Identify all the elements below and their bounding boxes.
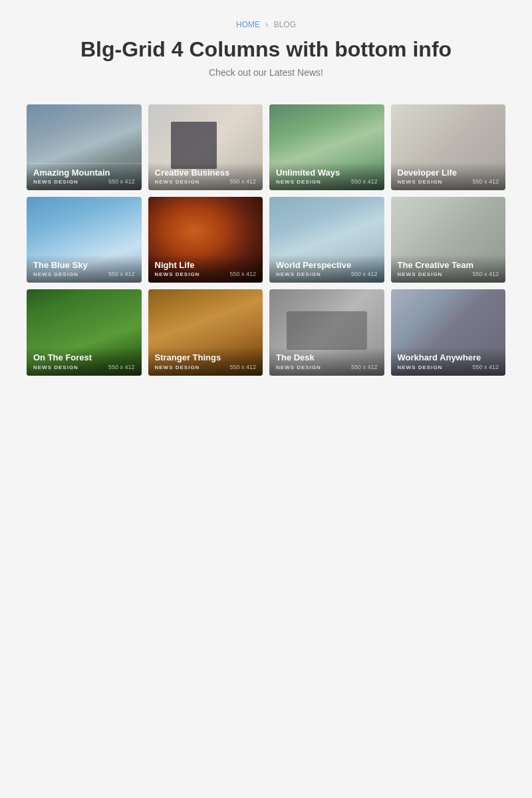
card-title: Developer Life [398,168,499,178]
card-size: 550 x 412 [351,364,378,370]
grid-card-on-the-forest[interactable]: On The Forest NEWS DESIGN 550 x 412 [27,289,142,375]
grid-card-creative-business[interactable]: Creative Business NEWS DESIGN 550 x 412 [148,104,263,190]
card-size: 550 x 412 [229,364,256,370]
card-size: 550 x 412 [472,364,499,370]
card-overlay: The Desk NEWS DESIGN [269,347,384,376]
card-overlay: The Blue Sky NEWS DESIGN [27,255,142,283]
card-title: The Desk [276,352,378,363]
card-size: 550 x 412 [351,178,378,185]
card-title: World Perspective [276,260,378,271]
card-size: 550 x 412 [472,178,499,185]
grid-card-the-desk[interactable]: The Desk NEWS DESIGN 550 x 412 [269,289,384,375]
card-size: 550 x 412 [108,178,135,185]
card-title: On The Forest [33,352,135,363]
card-title: Unlimited Ways [276,168,378,178]
card-overlay: Creative Business NEWS DESIGN [148,162,263,191]
card-size: 550 x 412 [229,178,256,185]
card-size: 550 x 412 [351,271,378,277]
card-title: The Blue Sky [33,260,135,271]
breadcrumb-current: BLOG [274,20,296,29]
card-size: 550 x 412 [472,271,499,277]
card-title: Workhard Anywhere [398,352,499,363]
card-title: Stranger Things [155,352,257,363]
card-overlay: Night Life NEWS DESIGN [148,255,263,283]
card-overlay: Unlimited Ways NEWS DESIGN [269,162,384,191]
page-title: Blg-Grid 4 Columns with bottom info [13,37,519,62]
card-size: 550 x 412 [229,271,256,277]
card-overlay: Workhard Anywhere NEWS DESIGN [391,347,506,376]
grid-card-workhard-anywhere[interactable]: Workhard Anywhere NEWS DESIGN 550 x 412 [391,289,506,375]
card-size: 550 x 412 [108,364,135,370]
grid-card-amazing-mountain[interactable]: Amazing Mountain NEWS DESIGN 550 x 412 [27,104,142,190]
card-overlay: The Creative Team NEWS DESIGN [391,255,506,283]
breadcrumb-separator: › [265,20,268,29]
page-header: HOME › BLOG Blg-Grid 4 Columns with bott… [0,0,532,91]
grid-card-world-perspective[interactable]: World Perspective NEWS DESIGN 550 x 412 [269,197,384,283]
grid-card-stranger-things[interactable]: Stranger Things NEWS DESIGN 550 x 412 [148,289,263,375]
card-title: Night Life [155,260,257,271]
grid-card-the-blue-sky[interactable]: The Blue Sky NEWS DESIGN 550 x 412 [27,197,142,283]
page-subtitle: Check out our Latest News! [13,67,519,78]
card-title: The Creative Team [398,260,499,271]
grid-card-unlimited-ways[interactable]: Unlimited Ways NEWS DESIGN 550 x 412 [269,104,384,190]
card-overlay: Amazing Mountain NEWS DESIGN [27,162,142,191]
card-title: Creative Business [155,168,257,178]
breadcrumb: HOME › BLOG [13,20,519,29]
blog-grid: Amazing Mountain NEWS DESIGN 550 x 412 C… [13,104,519,376]
card-title: Amazing Mountain [33,168,135,178]
grid-card-developer-life[interactable]: Developer Life NEWS DESIGN 550 x 412 [391,104,506,190]
card-overlay: Developer Life NEWS DESIGN [391,162,506,191]
grid-card-the-creative-team[interactable]: The Creative Team NEWS DESIGN 550 x 412 [391,197,506,283]
breadcrumb-home[interactable]: HOME [236,20,260,29]
card-size: 550 x 412 [108,271,135,277]
grid-card-night-life[interactable]: Night Life NEWS DESIGN 550 x 412 [148,197,263,283]
card-overlay: Stranger Things NEWS DESIGN [148,347,263,376]
card-overlay: World Perspective NEWS DESIGN [269,255,384,283]
card-overlay: On The Forest NEWS DESIGN [27,347,142,376]
